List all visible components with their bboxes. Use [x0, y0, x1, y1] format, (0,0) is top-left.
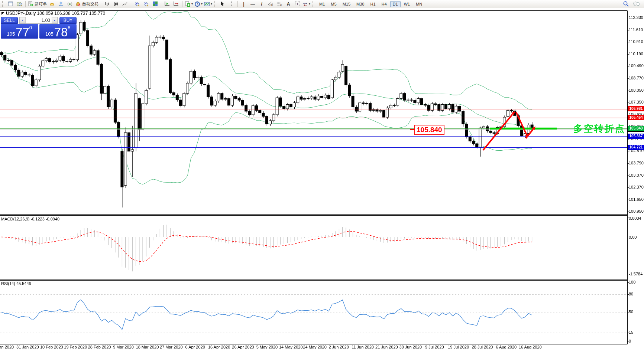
timeframe-m30[interactable]: M30: [354, 1, 367, 7]
chevron-down-icon: ▾: [211, 2, 212, 6]
toolbar-grip[interactable]: [313, 1, 315, 7]
fibonacci-tool[interactable]: F: [275, 0, 284, 8]
history-center-icon[interactable]: [48, 0, 56, 8]
chart-window: [0, 8, 644, 350]
turning-point-text[interactable]: 多空转折点: [573, 122, 625, 135]
zoom-in-icon[interactable]: [133, 0, 142, 8]
toolbar-separator: [161, 1, 161, 7]
price-axis-label: 108.770: [629, 76, 644, 80]
rsi-axis-label: 100: [629, 280, 635, 284]
timeframe-d1[interactable]: D1: [390, 1, 401, 7]
timeframe-m1[interactable]: M1: [317, 1, 327, 7]
volume-input[interactable]: [26, 17, 52, 23]
cursor-icon[interactable]: [218, 0, 227, 8]
one-click-collapse-icon[interactable]: [1, 12, 4, 15]
price-chart-canvas[interactable]: [0, 8, 644, 350]
bar-chart-icon[interactable]: [103, 0, 111, 8]
date-axis-label: 11 Jun 2020: [352, 345, 374, 349]
templates-button[interactable]: ▾: [203, 0, 213, 8]
sell-button[interactable]: SELL: [1, 17, 18, 24]
volume-increase-button[interactable]: ▴: [52, 17, 58, 23]
date-axis-label: 28 Jul 2020: [472, 345, 493, 349]
date-axis-label: 19 Feb 2020: [64, 345, 87, 349]
date-axis-label: 14 May 2020: [279, 345, 303, 349]
toolbar-grip[interactable]: [2, 1, 4, 7]
toolbar-separator: [101, 1, 101, 7]
date-axis-label: 18 Mar 2020: [136, 345, 159, 349]
equidistant-channel-tool[interactable]: E: [266, 0, 275, 8]
svg-text:T: T: [296, 2, 298, 6]
price-box-tick: [410, 129, 414, 130]
zoom-out-icon[interactable]: [142, 0, 151, 8]
price-axis-label: 108.050: [629, 88, 644, 92]
volume-stepper: ▾ ▴: [19, 17, 58, 24]
new-order-button[interactable]: 新订单: [27, 0, 48, 8]
periods-button[interactable]: ▾: [194, 0, 203, 8]
new-chart-icon[interactable]: [6, 0, 15, 8]
price-axis-label: 109.490: [629, 63, 644, 68]
text-tool[interactable]: A: [284, 0, 293, 8]
buy-button[interactable]: BUY: [59, 17, 77, 24]
price-axis-label: 107.350: [629, 100, 644, 104]
indicators-button[interactable]: ▾: [184, 0, 194, 8]
search-icon[interactable]: [623, 1, 629, 8]
horizontal-line-tool[interactable]: —: [248, 0, 257, 8]
trendline-tool[interactable]: /: [257, 0, 266, 8]
timeframe-m15[interactable]: M15: [340, 1, 353, 7]
line-chart-icon[interactable]: [120, 0, 129, 8]
signals-icon[interactable]: [65, 0, 74, 8]
text-label-tool[interactable]: T: [293, 0, 302, 8]
date-axis-label: 5 May 2020: [256, 345, 278, 349]
vertical-line-tool[interactable]: |: [239, 0, 248, 8]
sell-price-panel[interactable]: 105 77 0: [1, 24, 38, 39]
date-axis-label: 10 Feb 2020: [40, 345, 63, 349]
price-badge: 106.464: [628, 115, 644, 120]
timeframe-w1[interactable]: W1: [401, 1, 413, 7]
objects-button[interactable]: ▾: [302, 0, 311, 8]
chart-shift-icon[interactable]: [163, 0, 172, 8]
ohlc-values: 106.059 106.208 105.737 105.770: [37, 11, 106, 16]
tile-windows-icon[interactable]: [151, 0, 159, 8]
price-axis-label: 102.370: [629, 185, 644, 189]
chevron-down-icon: ▾: [191, 2, 193, 6]
market-icon[interactable]: [56, 0, 65, 8]
chat-icon[interactable]: [633, 1, 640, 8]
date-axis-label: 24 May 2020: [303, 345, 327, 349]
toolbar-grip[interactable]: [214, 1, 217, 7]
date-axis-label: 31 Jan 2020: [16, 345, 39, 349]
one-click-trading-panel: SELL ▾ ▴ BUY 105 77 0 105 78 8: [1, 17, 77, 39]
volume-decrease-button[interactable]: ▾: [20, 17, 26, 23]
auto-scroll-icon[interactable]: [172, 0, 181, 8]
sell-price-base: 105: [7, 30, 15, 38]
crosshair-icon[interactable]: [227, 0, 236, 8]
sell-price-pip: 0: [29, 26, 32, 30]
buy-price-panel[interactable]: 105 78 8: [39, 24, 77, 39]
candlestick-chart-icon[interactable]: [111, 0, 120, 8]
buy-price-pip: 8: [68, 26, 70, 30]
toolbar-right-group: [623, 1, 640, 8]
macd-axis-label: 0.8034: [629, 216, 641, 220]
chart-profile-icon[interactable]: [15, 0, 24, 8]
date-axis-label: 30 Jun 2020: [399, 345, 422, 349]
timeframe-h4[interactable]: H4: [379, 1, 389, 7]
price-badge: 104.721: [628, 145, 644, 150]
chart-title: USDJPY-,Daily 106.059 106.208 105.737 10…: [6, 11, 105, 16]
date-axis-label: 2 Jan 2020: [0, 345, 14, 349]
price-badge: 105.840: [628, 126, 644, 131]
algo-trading-button[interactable]: 自动交易: [74, 0, 99, 8]
toolbar-separator: [25, 1, 26, 7]
rsi-axis-label: 0: [629, 339, 631, 343]
algo-trading-label: 自动交易: [82, 1, 98, 7]
timeframe-h1[interactable]: H1: [368, 1, 378, 7]
price-badge: 105.367: [628, 134, 644, 139]
price-level-box[interactable]: 105.840: [414, 125, 444, 135]
price-axis-label: 103.790: [629, 161, 644, 165]
rsi-label: RSI(14) 45.5446: [1, 281, 31, 286]
price-axis-label: 111.610: [629, 27, 643, 32]
buy-price-big: 78: [54, 27, 68, 38]
date-axis-label: 26 Apr 2020: [232, 345, 254, 349]
timeframe-mn[interactable]: MN: [413, 1, 425, 7]
timeframe-m5[interactable]: M5: [328, 1, 339, 7]
main-toolbar: 新订单 自动交易 ▾ ▾: [0, 0, 644, 8]
macd-axis-label: -1.5784: [629, 272, 643, 276]
